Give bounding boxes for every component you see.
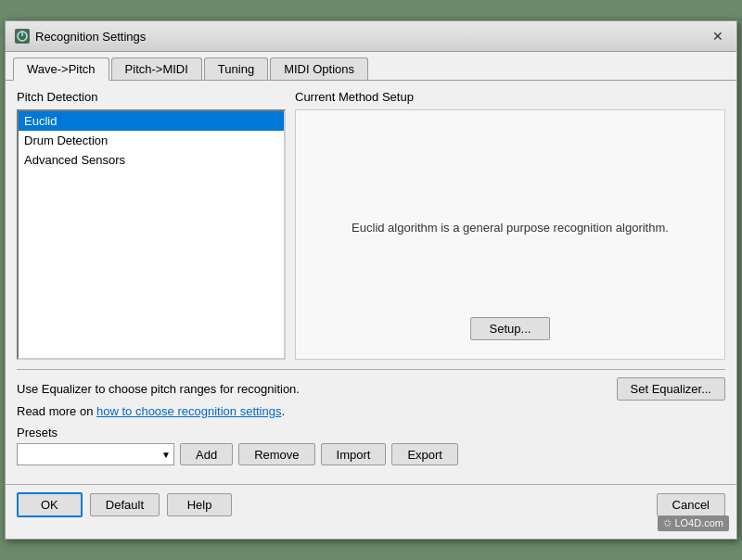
ok-button[interactable]: OK <box>17 492 83 517</box>
equalizer-text: Use Equalizer to choose pitch ranges for… <box>17 382 300 396</box>
current-method-box: Euclid algorithm is a general purpose re… <box>295 109 725 360</box>
list-item-euclid[interactable]: Euclid <box>19 111 284 131</box>
recognition-settings-link[interactable]: how to choose recognition settings <box>96 404 281 418</box>
presets-select-wrapper[interactable]: ▼ <box>17 443 174 465</box>
divider-1 <box>17 369 725 370</box>
presets-label: Presets <box>17 426 725 439</box>
help-button[interactable]: Help <box>167 493 232 516</box>
add-preset-button[interactable]: Add <box>180 443 233 465</box>
tab-midi-options[interactable]: MIDI Options <box>270 57 368 80</box>
presets-row: ▼ Add Remove Import Export <box>17 443 725 465</box>
tab-pitch-midi[interactable]: Pitch->MIDI <box>111 57 202 80</box>
export-preset-button[interactable]: Export <box>391 443 458 465</box>
list-item-drum[interactable]: Drum Detection <box>19 131 284 150</box>
pitch-detection-label: Pitch Detection <box>17 90 286 104</box>
title-bar: Recognition Settings ✕ <box>6 21 736 52</box>
tab-bar: Wave->Pitch Pitch->MIDI Tuning MIDI Opti… <box>6 52 736 81</box>
set-equalizer-button[interactable]: Set Equalizer... <box>617 377 725 401</box>
equalizer-row: Use Equalizer to choose pitch ranges for… <box>17 377 725 401</box>
close-button[interactable]: ✕ <box>709 27 727 45</box>
pitch-detection-list[interactable]: Euclid Drum Detection Advanced Sensors <box>17 109 286 360</box>
recognition-settings-window: Recognition Settings ✕ Wave->Pitch Pitch… <box>5 20 737 540</box>
presets-section: Presets <box>17 426 725 439</box>
remove-preset-button[interactable]: Remove <box>238 443 314 465</box>
tab-wave-pitch[interactable]: Wave->Pitch <box>13 57 109 81</box>
tab-tuning[interactable]: Tuning <box>204 57 268 80</box>
method-description: Euclid algorithm is a general purpose re… <box>352 219 669 237</box>
window-title: Recognition Settings <box>35 30 146 44</box>
link-prefix: Read more on <box>17 404 96 418</box>
main-content: Pitch Detection Euclid Drum Detection Ad… <box>6 81 736 484</box>
link-suffix: . <box>281 404 285 418</box>
bottom-bar: OK Default Help Cancel <box>6 484 736 525</box>
main-area: Pitch Detection Euclid Drum Detection Ad… <box>17 90 725 360</box>
import-preset-button[interactable]: Import <box>321 443 387 465</box>
window-icon <box>15 29 30 44</box>
setup-button[interactable]: Setup... <box>470 317 551 340</box>
current-method-label: Current Method Setup <box>295 90 725 104</box>
cancel-button[interactable]: Cancel <box>657 493 725 516</box>
link-row: Read more on how to choose recognition s… <box>17 404 725 418</box>
presets-select[interactable] <box>17 443 174 465</box>
list-item-advanced[interactable]: Advanced Sensors <box>19 150 284 170</box>
left-panel: Pitch Detection Euclid Drum Detection Ad… <box>17 90 286 360</box>
right-panel: Current Method Setup Euclid algorithm is… <box>295 90 725 360</box>
default-button[interactable]: Default <box>90 493 160 516</box>
lo4d-badge: ✩ LO4D.com <box>658 515 729 531</box>
